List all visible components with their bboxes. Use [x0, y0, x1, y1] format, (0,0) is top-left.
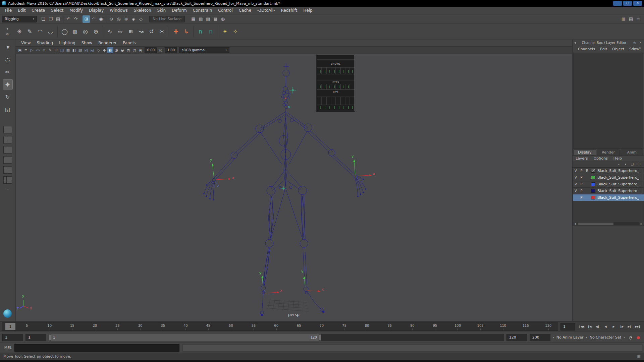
layer-horizontal-scrollbar[interactable]: ◀ ▶ — [573, 222, 644, 226]
menu-cache[interactable]: Cache — [236, 7, 254, 14]
close-button[interactable]: ✕ — [633, 1, 642, 6]
auto-keyframe-icon[interactable]: ● — [635, 335, 642, 340]
gate-mask-icon[interactable]: ◧ — [71, 47, 77, 53]
range-slider-bar[interactable]: 1 120 — [49, 334, 321, 341]
layer-row[interactable]: VPBlack_Suit_Superhero_ — [573, 181, 644, 188]
range-end-handle[interactable] — [319, 335, 321, 341]
shelf-tabs-icon[interactable]: ▾ — [5, 27, 10, 31]
layer-playback-toggle[interactable]: P — [579, 176, 584, 179]
anim-layer-dropdown[interactable]: No Anim Layer ▾ — [556, 335, 587, 340]
menu-deform[interactable]: Deform — [169, 7, 190, 14]
persp-graph-layout-button[interactable] — [3, 156, 12, 164]
field-chart-icon[interactable]: ▧ — [77, 47, 83, 53]
textured-mode-icon[interactable]: ◐ — [107, 47, 113, 53]
attach-curves-icon[interactable]: ∿ — [105, 26, 115, 37]
layer-visibility-toggle[interactable]: V — [573, 182, 579, 186]
nurbs-circle-icon[interactable]: ◯ — [59, 26, 70, 37]
grid-toggle-icon[interactable]: ⊞ — [53, 47, 59, 53]
pin-panel-icon[interactable]: ◎ — [632, 40, 637, 45]
exposure-field[interactable]: 0.00 — [145, 47, 157, 53]
hypershade-persp-layout-button[interactable] — [3, 166, 12, 174]
menu-windows[interactable]: Windows — [107, 7, 131, 14]
undo-icon[interactable]: ↶ — [65, 15, 72, 23]
scroll-right-icon[interactable]: ▶ — [639, 223, 644, 225]
timeline-track[interactable]: 1 51015202530354045505560657075808590951… — [2, 322, 558, 331]
playback-start-field[interactable]: 1 — [25, 334, 46, 341]
snap-to-point-icon[interactable]: ◉ — [97, 15, 105, 23]
viewport-menu-panels[interactable]: Panels — [120, 41, 139, 45]
cut-curve-icon[interactable]: ✂ — [157, 26, 167, 37]
select-by-type-icon[interactable]: ◇ — [137, 15, 145, 23]
rig-wireframe[interactable] — [15, 54, 572, 321]
command-results-field[interactable] — [182, 344, 642, 352]
play-forwards-button[interactable]: ▶ — [610, 323, 617, 330]
insert-knot-icon[interactable]: ≋ — [125, 26, 136, 37]
animation-start-field[interactable]: 1 — [2, 334, 23, 341]
occlusion-icon[interactable]: ◓ — [125, 47, 131, 53]
maximize-button[interactable]: ▢ — [623, 1, 632, 6]
render-frame-icon[interactable]: ▦ — [190, 15, 197, 23]
step-back-key-button[interactable]: ◀❙ — [594, 323, 601, 330]
interactive-bind-icon[interactable]: ✧ — [230, 26, 240, 37]
viewport-menu-lighting[interactable]: Lighting — [56, 41, 78, 45]
joint-tool-icon[interactable]: ✚ — [171, 26, 181, 37]
redo-icon[interactable]: ↷ — [72, 15, 79, 23]
film-gate-icon[interactable]: ◫ — [59, 47, 65, 53]
tab-render[interactable]: Render — [597, 149, 620, 155]
persp-uv-layout-button[interactable] — [3, 176, 12, 184]
step-forward-key-button[interactable]: ❙▶ — [618, 323, 625, 330]
shadows-icon[interactable]: ◒ — [119, 47, 125, 53]
move-layer-up-icon[interactable]: ▴ — [616, 162, 621, 167]
go-to-end-button[interactable]: ▶▶❙ — [634, 323, 641, 330]
layer-playback-toggle[interactable]: P — [579, 169, 584, 173]
detach-curves-icon[interactable]: ∾ — [115, 26, 125, 37]
layer-playback-toggle[interactable]: P — [579, 189, 584, 193]
bookmarks-icon[interactable]: ▷ — [29, 47, 35, 53]
menu-skeleton[interactable]: Skeleton — [131, 7, 154, 14]
menu-display[interactable]: Display — [86, 7, 107, 14]
menu-modify[interactable]: Modify — [66, 7, 86, 14]
mel-input[interactable] — [14, 344, 179, 352]
layer-menu-help[interactable]: Help — [613, 156, 622, 161]
viewport-menu-shading[interactable]: Shading — [34, 41, 56, 45]
menu-edit[interactable]: Edit — [15, 7, 29, 14]
facial-control-point[interactable] — [285, 98, 286, 99]
ncloth-passive-icon[interactable]: n — [206, 26, 216, 37]
quick-help-icon[interactable]: ▦ — [637, 354, 641, 359]
layer-visibility-toggle[interactable]: V — [573, 169, 579, 173]
layer-row[interactable]: VPBlack_Suit_Superhero_ — [573, 174, 644, 181]
three-point-arc-icon[interactable]: ◠ — [35, 26, 45, 37]
exposure-icon[interactable]: ◉ — [138, 47, 144, 53]
viewport-menu-view[interactable]: View — [18, 41, 34, 45]
rotate-tool-icon[interactable]: ↻ — [3, 92, 13, 102]
image-plane-icon[interactable]: ▭ — [35, 47, 41, 53]
layer-list-empty-area[interactable] — [573, 201, 644, 222]
layer-menu-options[interactable]: Options — [593, 156, 607, 161]
safe-action-icon[interactable]: ◰ — [83, 47, 89, 53]
scale-tool-icon[interactable]: ◱ — [3, 104, 13, 114]
command-language-label[interactable]: MEL — [2, 346, 14, 350]
viewport-menu-renderer[interactable]: Renderer — [95, 41, 120, 45]
layer-visibility-toggle[interactable]: V — [573, 189, 579, 193]
safe-title-icon[interactable]: ◱ — [89, 47, 95, 53]
shaded-mode-icon[interactable]: ◆ — [101, 47, 107, 53]
gamma-field[interactable]: 1.00 — [165, 47, 177, 53]
select-component-icon[interactable]: ⊚ — [122, 15, 130, 23]
pencil-curve-tool-icon[interactable]: ✎ — [24, 26, 35, 37]
range-start-handle[interactable] — [49, 335, 51, 341]
viewport-menu-show[interactable]: Show — [78, 41, 95, 45]
tab-edit[interactable]: Edit — [600, 47, 607, 51]
layer-row[interactable]: VPRBlack_Suit_Superhero_ — [573, 168, 644, 174]
move-layer-down-icon[interactable]: ▾ — [623, 162, 628, 167]
menu-help[interactable]: Help — [300, 7, 315, 14]
anim-preferences-icon[interactable]: ◔ — [627, 335, 634, 340]
layer-menu-layers[interactable]: Layers — [576, 156, 588, 161]
new-layer-from-selected-icon[interactable]: ❒ — [637, 162, 641, 167]
menu-constrain[interactable]: Constrain — [190, 7, 215, 14]
grease-pencil-icon[interactable]: ✎ — [47, 47, 53, 53]
new-scene-icon[interactable]: ❏ — [40, 15, 47, 23]
toolbox-collapse-button[interactable]: – — [7, 187, 9, 191]
scrollbar-track[interactable] — [578, 222, 639, 225]
menu-file[interactable]: File — [2, 7, 15, 14]
move-manipulators[interactable] — [212, 159, 372, 293]
